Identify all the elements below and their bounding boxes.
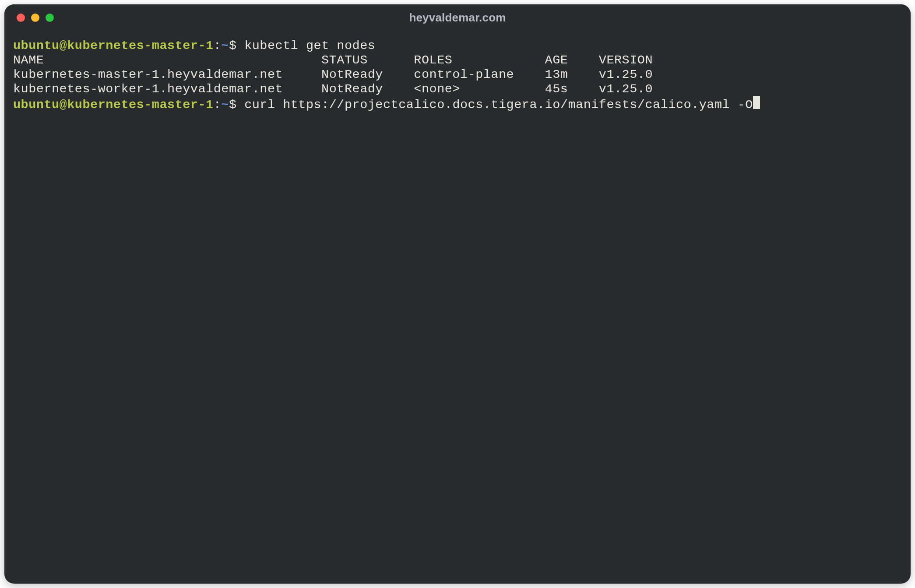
prompt-user-host: ubuntu@kubernetes-master-1 bbox=[13, 38, 214, 53]
command-2: curl https://projectcalico.docs.tigera.i… bbox=[244, 98, 753, 112]
terminal-window: heyvaldemar.com ubuntu@kubernetes-master… bbox=[4, 4, 911, 584]
window-titlebar: heyvaldemar.com bbox=[4, 4, 911, 31]
zoom-icon[interactable] bbox=[46, 14, 54, 22]
command-1: kubectl get nodes bbox=[244, 38, 375, 53]
prompt-user-host: ubuntu@kubernetes-master-1 bbox=[13, 98, 214, 112]
prompt-path: ~ bbox=[221, 38, 229, 53]
close-icon[interactable] bbox=[17, 14, 25, 22]
cursor-icon bbox=[753, 96, 760, 109]
prompt-separator: : bbox=[214, 98, 222, 112]
minimize-icon[interactable] bbox=[31, 14, 39, 22]
terminal-body[interactable]: ubuntu@kubernetes-master-1:~$ kubectl ge… bbox=[4, 31, 911, 121]
window-title: heyvaldemar.com bbox=[4, 11, 911, 24]
prompt-sigil: $ bbox=[229, 38, 237, 53]
prompt-path: ~ bbox=[221, 98, 229, 112]
window-controls bbox=[4, 14, 54, 22]
output-table: NAME STATUS ROLES AGE VERSION kubernetes… bbox=[13, 53, 653, 96]
prompt-sigil: $ bbox=[229, 98, 237, 112]
prompt-line-1: ubuntu@kubernetes-master-1:~$ kubectl ge… bbox=[13, 38, 375, 53]
prompt-line-2: ubuntu@kubernetes-master-1:~$ curl https… bbox=[13, 98, 760, 112]
prompt-separator: : bbox=[214, 38, 222, 53]
